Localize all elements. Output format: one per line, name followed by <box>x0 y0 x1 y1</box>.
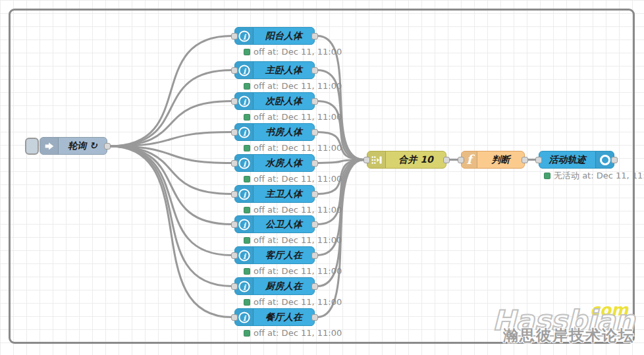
input-port[interactable] <box>231 221 238 228</box>
wire[interactable] <box>110 146 232 317</box>
status-dot <box>244 299 250 306</box>
info-icon: i <box>235 278 254 294</box>
node-status: 无活动 at: Dec 11, 11:00 <box>544 171 644 180</box>
status-text: off at: Dec 11, 11:00 <box>254 81 342 91</box>
wire[interactable] <box>110 70 232 147</box>
node-status: off at: Dec 11, 11:00 <box>244 82 342 90</box>
output-port[interactable] <box>611 157 618 163</box>
status-dot <box>244 83 250 90</box>
output-port[interactable] <box>311 221 318 228</box>
node-output[interactable]: 活动轨迹 <box>539 151 614 169</box>
status-dot <box>244 49 250 55</box>
input-port[interactable] <box>231 283 238 290</box>
node-join[interactable]: 合并 10 <box>367 151 446 169</box>
node-status: off at: Dec 11, 11:00 <box>244 267 342 275</box>
node-sensor[interactable]: i 主卧人体 <box>234 61 315 79</box>
svg-text:i: i <box>242 67 246 75</box>
output-port[interactable] <box>311 67 318 74</box>
node-function[interactable]: f 判断 <box>461 151 525 169</box>
output-port[interactable] <box>443 157 450 163</box>
input-port[interactable] <box>231 98 238 105</box>
status-text: off at: Dec 11, 11:00 <box>254 174 342 184</box>
svg-text:i: i <box>242 314 246 322</box>
output-port[interactable] <box>311 160 318 167</box>
inject-trigger-button[interactable] <box>25 138 39 155</box>
output-port[interactable] <box>104 143 111 150</box>
status-dot <box>244 207 250 213</box>
flow-canvas[interactable]: { "flow": { "inject": { "label": "轮询 ↻",… <box>0 0 644 355</box>
node-label: 轮询 ↻ <box>59 138 107 154</box>
node-status: off at: Dec 11, 11:00 <box>244 236 342 244</box>
status-dot <box>244 114 250 121</box>
input-port[interactable] <box>535 157 542 163</box>
info-icon: i <box>235 93 254 109</box>
input-port[interactable] <box>231 67 238 74</box>
node-sensor[interactable]: i 阳台人体 <box>234 27 315 45</box>
status-dot <box>244 237 250 244</box>
node-label: 水房人体 <box>254 155 314 171</box>
svg-text:i: i <box>242 283 246 291</box>
node-label: 主卧人体 <box>254 62 314 78</box>
node-status: off at: Dec 11, 11:00 <box>244 144 342 152</box>
info-icon: i <box>235 309 254 325</box>
inject-arrow-icon <box>40 138 59 154</box>
node-sensor[interactable]: i 餐厅人在 <box>234 308 315 326</box>
node-label: 厨房人在 <box>254 278 314 294</box>
info-icon: i <box>235 62 254 78</box>
node-label: 主卫人体 <box>254 186 314 202</box>
output-port[interactable] <box>311 129 318 136</box>
input-port[interactable] <box>363 157 370 163</box>
node-sensor[interactable]: i 书房人体 <box>234 123 315 141</box>
node-sensor[interactable]: i 客厅人在 <box>234 246 315 264</box>
input-port[interactable] <box>231 33 238 40</box>
info-icon: i <box>235 155 254 171</box>
status-text: off at: Dec 11, 11:00 <box>254 47 342 57</box>
input-port[interactable] <box>231 314 238 321</box>
svg-text:i: i <box>242 128 246 137</box>
node-status: off at: Dec 11, 11:00 <box>244 329 342 337</box>
status-text: off at: Dec 11, 11:00 <box>254 235 342 245</box>
wire[interactable] <box>110 36 232 147</box>
status-text: off at: Dec 11, 11:00 <box>254 328 342 338</box>
status-text: off at: Dec 11, 11:00 <box>254 266 342 276</box>
status-text: 无活动 at: Dec 11, 11:00 <box>554 170 644 182</box>
node-inject[interactable]: 轮询 ↻ <box>40 137 107 155</box>
node-status: off at: Dec 11, 11:00 <box>244 113 342 121</box>
input-port[interactable] <box>231 252 238 259</box>
status-text: off at: Dec 11, 11:00 <box>254 205 342 215</box>
node-status: off at: Dec 11, 11:00 <box>244 47 342 56</box>
output-port[interactable] <box>311 98 318 105</box>
svg-text:i: i <box>242 221 246 229</box>
svg-text:i: i <box>242 159 246 168</box>
input-port[interactable] <box>231 160 238 167</box>
wire[interactable] <box>110 146 232 287</box>
output-port[interactable] <box>311 191 318 198</box>
node-status: off at: Dec 11, 11:00 <box>244 175 342 183</box>
node-label: 次卧人体 <box>254 93 314 109</box>
output-port[interactable] <box>311 33 318 40</box>
output-port[interactable] <box>311 283 318 290</box>
svg-text:i: i <box>242 190 246 199</box>
output-port[interactable] <box>311 252 318 259</box>
node-sensor[interactable]: i 次卧人体 <box>234 92 315 110</box>
node-label: 合并 10 <box>386 151 446 168</box>
svg-text:i: i <box>242 97 246 106</box>
status-dot <box>244 176 250 182</box>
watermark: com Hassbian 瀚思彼岸技术论坛 <box>496 302 635 348</box>
input-port[interactable] <box>231 129 238 136</box>
info-icon: i <box>235 247 254 263</box>
status-text: off at: Dec 11, 11:00 <box>254 297 342 307</box>
node-sensor[interactable]: i 公卫人体 <box>234 215 315 233</box>
node-label: 公卫人体 <box>254 216 314 232</box>
output-port[interactable] <box>522 157 528 163</box>
node-sensor[interactable]: i 水房人体 <box>234 154 315 172</box>
status-text: off at: Dec 11, 11:00 <box>254 112 342 122</box>
info-icon: i <box>235 216 254 232</box>
input-port[interactable] <box>231 191 238 198</box>
node-sensor[interactable]: i 厨房人在 <box>234 277 315 295</box>
input-port[interactable] <box>458 157 464 163</box>
svg-text:i: i <box>242 252 246 260</box>
node-status: off at: Dec 11, 11:00 <box>244 205 342 214</box>
node-sensor[interactable]: i 主卫人体 <box>234 185 315 203</box>
output-port[interactable] <box>311 314 318 321</box>
